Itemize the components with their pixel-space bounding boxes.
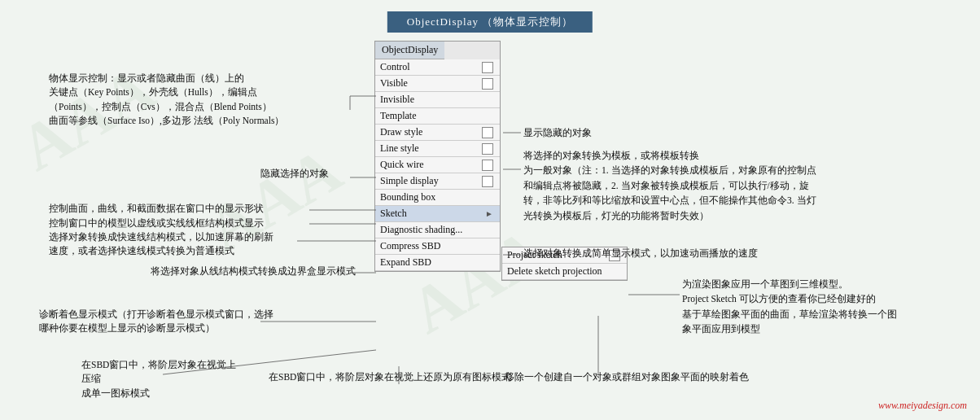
- menu-panel: ObjectDisplay Control Visible Invisible …: [374, 41, 501, 272]
- menu-item-quick-wire[interactable]: Quick wire: [375, 157, 500, 173]
- annotation-top-left: 物体显示控制：显示或者隐藏曲面（线）上的 关键点（Key Points），外壳线…: [49, 72, 366, 128]
- menu-item-template[interactable]: Template: [375, 108, 500, 125]
- menu-item-compress[interactable]: Compress SBD: [375, 238, 500, 255]
- menu-item-label: Bounding box: [380, 191, 435, 203]
- line-style-icon: [482, 143, 493, 155]
- menu-item-label: Delete sketch projection: [507, 265, 602, 278]
- simple-display-icon: [482, 176, 493, 187]
- annotation-compress: 在SBD窗口中，将阶层对象在视觉上压缩 成单一图标模式: [81, 358, 244, 400]
- sketch-arrow-icon: ►: [485, 209, 493, 218]
- brand-link: www.meiyadesign.com: [878, 400, 967, 412]
- menu-item-label: Draw style: [380, 126, 422, 138]
- menu-item-label: Diagnostic shading...: [380, 224, 462, 236]
- menu-item-line-style[interactable]: Line style: [375, 141, 500, 157]
- annotation-delete-sketch: 移除一个创建自一个对象或群组对象图象平面的映射着色: [505, 370, 806, 384]
- annotation-invisible: 隐藏选择的对象: [260, 167, 329, 181]
- menu-item-diagnostic[interactable]: Diagnostic shading...: [375, 222, 500, 238]
- annotation-diagnostic: 诊断着色显示模式（打开诊断着色显示模式窗口，选择 哪种你要在模型上显示的诊断显示…: [39, 308, 357, 336]
- menu-item-label: Visible: [380, 77, 408, 90]
- annotation-expand: 在SBD窗口中，将阶层对象在视觉上还原为原有图标模式: [269, 370, 513, 384]
- annotation-project-sketch: 为渲染图象应用一个草图到三维模型。 Project Sketch 可以方便的查看…: [682, 277, 967, 337]
- menu-item-sketch[interactable]: Sketch ►: [375, 206, 500, 222]
- menu-item-invisible[interactable]: Invisible: [375, 92, 500, 108]
- annotation-quick-wire: 控制窗口中的模型以虚线或实线线框结构模式显示: [49, 217, 358, 230]
- menu-item-bounding-box[interactable]: Bounding box: [375, 190, 500, 206]
- menu-item-draw-style[interactable]: Draw style: [375, 125, 500, 141]
- menu-item-label: Control: [380, 61, 410, 73]
- annotation-simple-display: 选择对象转换成简单显示模式，以加速动画播放的速度: [523, 247, 849, 260]
- menu-item-label: Compress SBD: [380, 240, 440, 252]
- quick-wire-icon: [482, 160, 493, 171]
- annotation-draw-style: 控制曲面，曲线，和截面数据在窗口中的显示形状: [49, 202, 358, 216]
- page-title: ObjectDisplay （物体显示控制）: [387, 11, 593, 33]
- annotation-template: 将选择的对象转换为模板，或将模板转换 为一般对象（注：1. 当选择的对象转换成模…: [523, 148, 865, 223]
- menu-item-simple-display[interactable]: Simple display: [375, 173, 500, 190]
- menu-item-delete-sketch[interactable]: Delete sketch projection: [502, 264, 627, 280]
- menu-item-visible[interactable]: Visible: [375, 76, 500, 92]
- menu-item-label: Quick wire: [380, 159, 424, 171]
- annotation-visible: 显示隐藏的对象: [523, 126, 592, 140]
- menu-item-label: Simple display: [380, 175, 439, 187]
- draw-style-icon: [482, 127, 493, 138]
- menu-item-label: Expand SBD: [380, 256, 431, 269]
- annotation-quick-wire2: 选择对象转换成快速线结构模式，以加速屏幕的刷新 速度，或者选择快速线模式转换为普…: [49, 230, 366, 259]
- menu-item-control[interactable]: Control: [375, 59, 500, 76]
- menu-item-label: Invisible: [380, 94, 414, 106]
- menu-item-expand[interactable]: Expand SBD: [375, 255, 500, 271]
- menu-item-label: Sketch: [380, 208, 407, 220]
- control-icon: [482, 62, 493, 73]
- annotation-bounding-box: 将选择对象从线结构模式转换成边界盒显示模式: [151, 265, 362, 278]
- menu-item-label: Template: [380, 110, 416, 122]
- menu-tab[interactable]: ObjectDisplay: [375, 42, 444, 59]
- visible-icon: [482, 78, 493, 90]
- menu-item-label: Line style: [380, 142, 419, 155]
